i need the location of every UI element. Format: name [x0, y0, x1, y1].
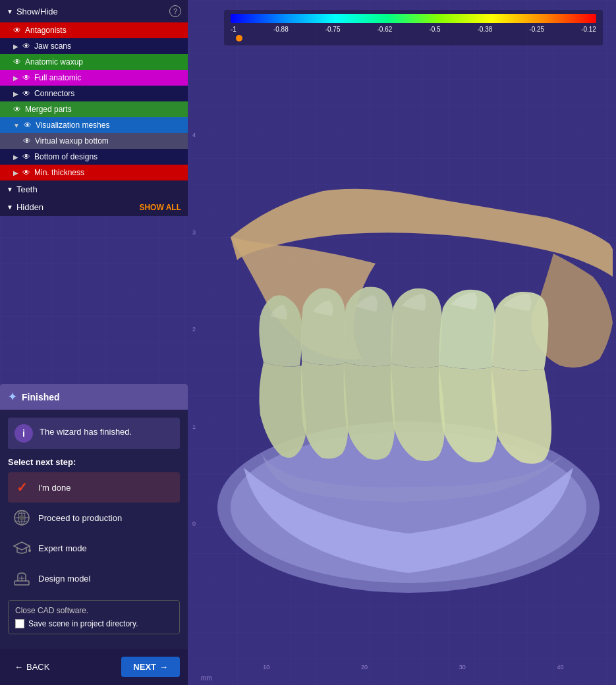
layer-visualization-meshes[interactable]: ▼ 👁 Visualization meshes	[0, 117, 188, 133]
chevron-vis-meshes: ▼	[13, 122, 20, 129]
eye-icon-jaw-scans: 👁	[22, 41, 30, 51]
step-design-model[interactable]: Design model	[8, 563, 180, 593]
layer-min-thickness[interactable]: ▶ 👁 Min. thickness	[0, 165, 188, 180]
step-im-done-label: I'm done	[38, 483, 70, 493]
scale-label-3: -0.62	[378, 26, 393, 33]
info-icon-circle: i	[14, 424, 33, 443]
save-scene-checkbox[interactable]	[15, 619, 24, 628]
scale-marker	[236, 35, 242, 41]
layer-label-antagonists: Antagonists	[25, 26, 67, 35]
info-message: The wizard has finished.	[40, 424, 132, 437]
show-hide-header[interactable]: ▼ Show/Hide ?	[0, 0, 188, 22]
layer-virtual-waxup-bottom[interactable]: 👁 Virtual waxup bottom	[0, 133, 188, 149]
layer-label-vwb: Virtual waxup bottom	[35, 136, 109, 146]
design-model-icon	[12, 568, 32, 588]
show-hide-header-left: ▼ Show/Hide	[7, 7, 58, 16]
finished-body: i The wizard has finished. Select next s…	[0, 410, 188, 649]
layer-full-anatomic[interactable]: ▶ 👁 Full anatomic	[0, 70, 188, 86]
layer-label-anatomic-waxup: Anatomic waxup	[25, 57, 83, 67]
close-cad-section: Close CAD software. Save scene in projec…	[8, 600, 180, 634]
panel-spacer	[0, 216, 188, 384]
ruler-bottom-40: 40	[557, 664, 564, 671]
eye-icon-min-thickness: 👁	[22, 168, 30, 177]
step-design-model-label: Design model	[38, 574, 91, 584]
save-scene-label: Save scene in project directory.	[28, 619, 138, 628]
scale-label-2: -0.75	[325, 26, 341, 33]
help-icon[interactable]: ?	[169, 5, 181, 17]
mm-label: mm	[201, 674, 212, 682]
scale-label-0: -1	[231, 26, 237, 33]
scale-gradient-bar	[231, 14, 596, 23]
left-panel: ▼ Show/Hide ? 👁 Antagonists ▶ 👁 Jaw scan…	[0, 0, 188, 685]
layer-anatomic-waxup[interactable]: 👁 Anatomic waxup	[0, 54, 188, 70]
ruler-left: 4 3 2 1 0	[192, 132, 206, 527]
chevron-connectors: ▶	[13, 90, 18, 97]
svg-rect-12	[14, 581, 29, 585]
eye-icon-full-anatomic: 👁	[22, 73, 30, 82]
eye-icon-vwb: 👁	[23, 136, 31, 146]
eye-icon-connectors: 👁	[22, 89, 30, 98]
chevron-bottom-designs: ▶	[13, 153, 18, 161]
back-arrow-icon: ←	[14, 662, 23, 672]
ruler-bottom-10: 10	[263, 664, 269, 671]
graduation-cap-icon	[12, 538, 32, 558]
next-label: NEXT	[133, 662, 156, 672]
ruler-mark-1: 1	[192, 424, 206, 430]
layer-jaw-scans[interactable]: ▶ 👁 Jaw scans	[0, 38, 188, 54]
teeth-section[interactable]: ▼ Teeth	[0, 180, 188, 198]
step-expert-mode[interactable]: Expert mode	[8, 533, 180, 563]
save-scene-checkbox-row[interactable]: Save scene in project directory.	[15, 619, 173, 628]
hidden-label: Hidden	[16, 202, 43, 212]
layer-label-min-thickness: Min. thickness	[34, 168, 84, 177]
finished-panel: ✦ Finished i The wizard has finished. Se…	[0, 384, 188, 685]
teeth-label: Teeth	[16, 184, 38, 194]
eye-icon-bottom-designs: 👁	[22, 152, 30, 161]
show-all-button[interactable]: SHOW ALL	[139, 203, 181, 212]
ruler-bottom: 10 20 30 40	[217, 664, 609, 671]
ruler-mark-4: 4	[192, 132, 206, 138]
ruler-mark-2: 2	[192, 326, 206, 333]
step-proceed-production[interactable]: Proceed to production	[8, 503, 180, 533]
hidden-section-left: ▼ Hidden	[7, 202, 43, 212]
layer-label-jaw-scans: Jaw scans	[34, 41, 71, 51]
finished-header: ✦ Finished	[0, 384, 188, 410]
scale-label-1: -0.88	[273, 26, 289, 33]
layer-label-connectors: Connectors	[34, 89, 74, 98]
svg-point-8	[19, 515, 24, 520]
scale-labels: -1 -0.88 -0.75 -0.62 -0.5 -0.38 -0.25 -0…	[231, 26, 596, 33]
eye-icon-vis-meshes: 👁	[24, 121, 32, 130]
next-arrow-icon: →	[159, 662, 168, 672]
globe-icon	[12, 508, 32, 528]
back-button[interactable]: ← BACK	[8, 658, 56, 676]
ruler-mark-0: 0	[192, 520, 206, 527]
layer-antagonists[interactable]: 👁 Antagonists	[0, 22, 188, 38]
ruler-bottom-30: 30	[459, 664, 466, 671]
teeth-chevron: ▼	[7, 186, 13, 193]
step-expert-mode-label: Expert mode	[38, 543, 87, 553]
layer-bottom-of-designs[interactable]: ▶ 👁 Bottom of designs	[0, 149, 188, 165]
layer-label-vis-meshes: Visualization meshes	[36, 121, 110, 130]
layer-connectors[interactable]: ▶ 👁 Connectors	[0, 86, 188, 101]
hidden-section[interactable]: ▼ Hidden SHOW ALL	[0, 198, 188, 216]
ruler-bottom-20: 20	[361, 664, 368, 671]
show-hide-section: ▼ Show/Hide ? 👁 Antagonists ▶ 👁 Jaw scan…	[0, 0, 188, 216]
ruler-mark-3: 3	[192, 229, 206, 236]
step-im-done[interactable]: ✓ I'm done	[8, 472, 180, 503]
layer-merged-parts[interactable]: 👁 Merged parts	[0, 101, 188, 117]
color-scale: -1 -0.88 -0.75 -0.62 -0.5 -0.38 -0.25 -0…	[224, 10, 603, 45]
checkmark-icon: ✓	[12, 478, 32, 497]
finished-star-icon: ✦	[8, 391, 16, 403]
layer-label-full-anatomic: Full anatomic	[34, 73, 81, 82]
eye-icon-merged-parts: 👁	[13, 105, 21, 114]
layer-label-bottom-designs: Bottom of designs	[34, 152, 98, 161]
finished-header-title: Finished	[22, 392, 60, 402]
svg-point-11	[28, 549, 31, 552]
show-hide-title: Show/Hide	[16, 7, 58, 16]
chevron-jaw-scans: ▶	[13, 43, 18, 50]
chevron-min-thickness: ▶	[13, 169, 18, 177]
next-button[interactable]: NEXT →	[121, 657, 180, 677]
nav-buttons: ← BACK NEXT →	[0, 649, 188, 685]
hidden-chevron: ▼	[7, 204, 13, 211]
show-hide-chevron: ▼	[7, 8, 13, 15]
back-label: BACK	[26, 662, 49, 672]
